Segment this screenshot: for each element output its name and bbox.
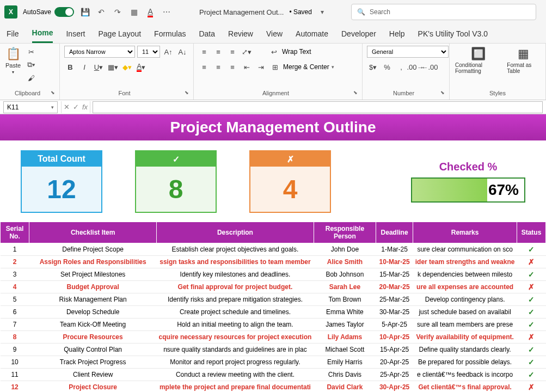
table-cell[interactable]: 5-Apr-25 xyxy=(376,318,413,331)
table-cell[interactable]: Project Closure xyxy=(29,381,157,393)
status-cell[interactable]: ✓ xyxy=(517,344,545,356)
redo-icon[interactable]: ↷ xyxy=(112,7,123,17)
increase-decimal-icon[interactable]: .00→ xyxy=(409,61,421,73)
status-cell[interactable]: ✓ xyxy=(517,306,545,318)
table-row[interactable]: 10Track Project ProgressMonitor and repo… xyxy=(1,356,546,369)
table-row[interactable]: 4Budget ApprovalGet final approval for p… xyxy=(1,281,546,293)
column-header[interactable]: Checklist Item xyxy=(29,222,157,243)
table-cell[interactable]: 20-Mar-25 xyxy=(376,281,413,293)
tab-formulas[interactable]: Formulas xyxy=(154,25,186,42)
table-cell[interactable]: Emma White xyxy=(314,306,376,318)
table-cell[interactable]: 15-Apr-25 xyxy=(376,344,413,356)
table-cell[interactable]: Develop Schedule xyxy=(29,306,157,318)
comma-icon[interactable]: , xyxy=(395,61,407,73)
table-cell[interactable]: 10 xyxy=(1,356,29,369)
table-cell[interactable]: Monitor and report project progress regu… xyxy=(157,356,314,369)
percent-icon[interactable]: % xyxy=(381,61,393,73)
table-cell[interactable]: k dependencies between milesto xyxy=(413,268,517,281)
align-right-icon[interactable]: ≡ xyxy=(226,61,238,73)
table-cell[interactable]: Budget Approval xyxy=(29,281,157,293)
table-cell[interactable]: cquire necessary resources for project e… xyxy=(157,331,314,344)
fill-color-button[interactable]: ◆▾ xyxy=(121,61,133,73)
table-cell[interactable]: Lily Adams xyxy=(314,331,376,344)
paste-button[interactable]: 📋Paste▾ xyxy=(4,46,22,76)
table-cell[interactable]: Bob Johnson xyxy=(314,268,376,281)
wrap-text-button[interactable]: Wrap Text xyxy=(282,48,311,56)
tab-help[interactable]: Help xyxy=(389,25,405,42)
tab-insert[interactable]: Insert xyxy=(66,25,85,42)
table-row[interactable]: 5Risk Management PlanIdentify risks and … xyxy=(1,293,546,306)
align-left-icon[interactable]: ≡ xyxy=(198,61,210,73)
table-cell[interactable]: Define quality standards clearly. xyxy=(413,344,517,356)
borders-icon[interactable]: ▦ xyxy=(128,7,139,17)
table-cell[interactable]: Track Project Progress xyxy=(29,356,157,369)
chevron-down-icon[interactable]: ▾ xyxy=(51,105,54,110)
table-cell[interactable]: Get final approval for project budget. xyxy=(157,281,314,293)
number-dialog-icon[interactable]: ⬊ xyxy=(440,90,445,95)
table-cell[interactable]: 5 xyxy=(1,293,29,306)
tab-automate[interactable]: Automate xyxy=(296,25,328,42)
table-cell[interactable]: Emily Harris xyxy=(314,356,376,369)
table-row[interactable]: 12Project Closuremplete the project and … xyxy=(1,381,546,393)
qat-more-icon[interactable]: ⋯ xyxy=(161,7,172,17)
table-cell[interactable]: 9 xyxy=(1,344,29,356)
table-cell[interactable]: 12 xyxy=(1,381,29,393)
worksheet[interactable]: Project Management Outline Total Count 1… xyxy=(0,114,546,392)
status-cell[interactable]: ✗ xyxy=(517,331,545,344)
copy-icon[interactable]: ⧉▾ xyxy=(25,59,37,71)
font-name-select[interactable]: Aptos Narrow xyxy=(64,46,135,58)
table-row[interactable]: 1Define Project ScopeEstablish clear pro… xyxy=(1,243,546,256)
clipboard-dialog-icon[interactable]: ⬊ xyxy=(51,90,55,95)
table-cell[interactable]: 15-Mar-25 xyxy=(376,268,413,281)
table-cell[interactable]: Team Kick-Off Meeting xyxy=(29,318,157,331)
format-painter-icon[interactable]: 🖌 xyxy=(25,72,37,84)
table-row[interactable]: 6Develop ScheduleCreate project schedule… xyxy=(1,306,546,318)
column-header[interactable]: Description xyxy=(157,222,314,243)
table-cell[interactable]: ider team strengths and weakne xyxy=(413,256,517,268)
table-cell[interactable]: 4 xyxy=(1,281,29,293)
enter-formula-icon[interactable]: ✓ xyxy=(73,103,79,111)
font-dialog-icon[interactable]: ⬊ xyxy=(185,90,189,95)
table-cell[interactable]: nsure quality standards and guidelines a… xyxy=(157,344,314,356)
table-cell[interactable]: sure all team members are prese xyxy=(413,318,517,331)
increase-font-icon[interactable]: A↑ xyxy=(162,46,174,58)
formula-input[interactable] xyxy=(93,101,543,113)
table-cell[interactable]: Be prepared for possible delays. xyxy=(413,356,517,369)
table-cell[interactable]: 30-Mar-25 xyxy=(376,306,413,318)
table-cell[interactable]: 20-Apr-25 xyxy=(376,356,413,369)
table-cell[interactable]: Get clientâ€™s final approval. xyxy=(413,381,517,393)
column-header[interactable]: Status xyxy=(517,222,545,243)
table-cell[interactable]: Assign Roles and Responsibilities xyxy=(29,256,157,268)
table-cell[interactable]: mplete the project and prepare final doc… xyxy=(157,381,314,393)
tab-developer[interactable]: Developer xyxy=(341,25,376,42)
table-cell[interactable]: 11 xyxy=(1,369,29,381)
table-row[interactable]: 11Client ReviewConduct a review meeting … xyxy=(1,369,546,381)
autosave-toggle-icon[interactable] xyxy=(54,7,74,17)
table-cell[interactable]: e clientâ€™s feedback is incorpo xyxy=(413,369,517,381)
tab-view[interactable]: View xyxy=(266,25,283,42)
tab-data[interactable]: Data xyxy=(199,25,215,42)
table-cell[interactable]: ssign tasks and responsibilities to team… xyxy=(157,256,314,268)
tab-home[interactable]: Home xyxy=(32,24,53,43)
status-cell[interactable]: ✗ xyxy=(517,381,545,393)
table-row[interactable]: 2Assign Roles and Responsibilitiesssign … xyxy=(1,256,546,268)
table-row[interactable]: 7Team Kick-Off MeetingHold an initial me… xyxy=(1,318,546,331)
table-cell[interactable]: David Clark xyxy=(314,381,376,393)
table-cell[interactable]: Identify key milestones and deadlines. xyxy=(157,268,314,281)
table-cell[interactable]: 25-Mar-25 xyxy=(376,293,413,306)
status-cell[interactable]: ✗ xyxy=(517,281,545,293)
format-as-table-button[interactable]: ▦Format as Table xyxy=(506,46,541,75)
currency-icon[interactable]: $▾ xyxy=(367,61,379,73)
number-format-select[interactable]: General xyxy=(367,46,449,58)
table-cell[interactable]: Michael Scott xyxy=(314,344,376,356)
column-header[interactable]: Serial No. xyxy=(1,222,29,243)
font-color-button[interactable]: A▾ xyxy=(135,61,147,73)
conditional-formatting-button[interactable]: 🔲Conditional Formatting xyxy=(454,46,502,75)
tab-file[interactable]: File xyxy=(7,25,19,42)
table-cell[interactable]: Hold an initial meeting to align the tea… xyxy=(157,318,314,331)
table-cell[interactable]: 30-Apr-25 xyxy=(376,381,413,393)
table-cell[interactable]: ure all expenses are accounted xyxy=(413,281,517,293)
table-row[interactable]: 8Procure Resourcescquire necessary resou… xyxy=(1,331,546,344)
orientation-icon[interactable]: ⤢▾ xyxy=(241,46,253,58)
align-middle-icon[interactable]: ≡ xyxy=(212,46,224,58)
